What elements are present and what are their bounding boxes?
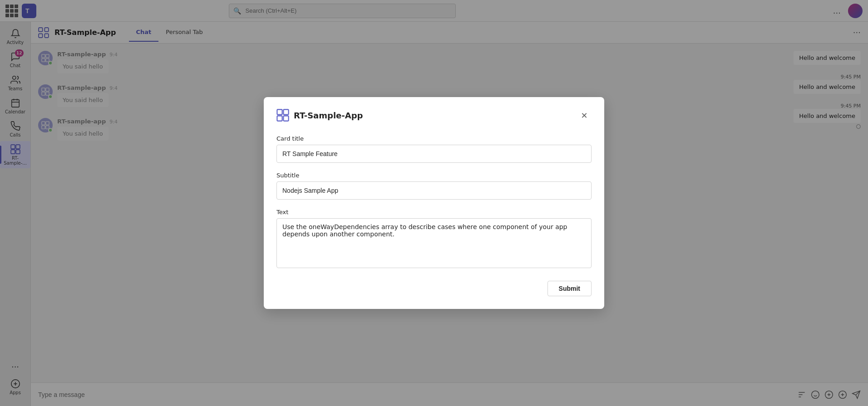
subtitle-label: Subtitle bbox=[276, 172, 592, 179]
modal-header: RT-Sample-App ✕ bbox=[276, 108, 592, 122]
svg-rect-40 bbox=[277, 116, 282, 121]
svg-rect-41 bbox=[283, 116, 288, 121]
text-label: Text bbox=[276, 209, 592, 215]
modal-footer: Submit bbox=[276, 281, 592, 296]
card-title-label: Card title bbox=[276, 135, 592, 142]
card-title-group: Card title bbox=[276, 135, 592, 163]
modal-overlay: RT-Sample-App ✕ Card title Subtitle Text… bbox=[0, 0, 868, 406]
modal-close-button[interactable]: ✕ bbox=[577, 108, 592, 122]
text-textarea[interactable]: Use the <span class="underline-squiggle"… bbox=[276, 218, 592, 268]
modal-app-icon bbox=[276, 109, 289, 122]
modal-dialog: RT-Sample-App ✕ Card title Subtitle Text… bbox=[264, 97, 604, 309]
text-group: Text Use the <span class="underline-squi… bbox=[276, 209, 592, 270]
subtitle-input[interactable] bbox=[276, 181, 592, 200]
modal-title: RT-Sample-App bbox=[294, 111, 363, 120]
svg-rect-39 bbox=[283, 109, 288, 114]
card-title-input[interactable] bbox=[276, 145, 592, 163]
submit-button[interactable]: Submit bbox=[547, 281, 592, 296]
subtitle-group: Subtitle bbox=[276, 172, 592, 200]
svg-rect-38 bbox=[277, 109, 282, 114]
